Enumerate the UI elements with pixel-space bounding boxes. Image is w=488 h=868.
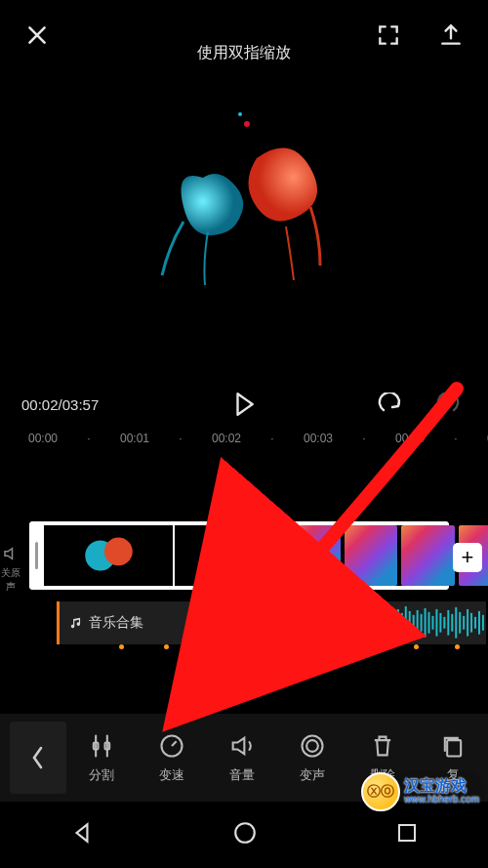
add-clip-button[interactable]: + [453, 543, 482, 572]
svg-rect-62 [405, 606, 407, 640]
svg-rect-29 [277, 613, 279, 633]
tool-label: 变速 [159, 766, 184, 784]
svg-rect-55 [378, 610, 380, 636]
svg-rect-33 [293, 608, 295, 638]
svg-rect-8 [196, 619, 198, 627]
watermark-logo: ⓧⓞ [361, 772, 400, 811]
tool-volume[interactable]: 音量 [214, 732, 270, 784]
svg-rect-74 [451, 614, 453, 632]
svg-rect-50 [358, 611, 360, 635]
svg-rect-30 [281, 616, 283, 630]
volume-icon [228, 732, 256, 760]
svg-rect-47 [346, 613, 348, 633]
svg-rect-36 [305, 607, 306, 639]
svg-rect-54 [374, 617, 376, 629]
svg-rect-72 [443, 617, 445, 629]
svg-rect-32 [289, 614, 291, 632]
svg-rect-34 [297, 612, 299, 634]
svg-rect-40 [320, 613, 322, 633]
nav-recents-button[interactable] [395, 821, 419, 848]
svg-rect-75 [455, 607, 457, 639]
svg-rect-63 [409, 611, 411, 635]
mute-original-label: 关原声 [0, 566, 21, 594]
toolbar-back-button[interactable] [10, 722, 66, 794]
beat-marker [414, 644, 419, 649]
playback-bar: 00:02/03:57 [0, 383, 488, 426]
triangle-back-icon [69, 820, 95, 846]
clip-thumbnail [287, 525, 341, 586]
svg-rect-51 [362, 615, 364, 631]
svg-rect-68 [428, 612, 430, 634]
redo-button[interactable] [427, 385, 467, 424]
svg-rect-61 [401, 613, 403, 633]
svg-rect-12 [212, 611, 214, 635]
svg-rect-77 [463, 616, 465, 630]
svg-rect-19 [239, 611, 241, 635]
svg-rect-25 [262, 612, 264, 634]
svg-rect-76 [459, 612, 461, 634]
svg-rect-52 [366, 609, 368, 637]
circle-home-icon [232, 820, 258, 846]
svg-rect-60 [397, 609, 399, 637]
svg-rect-65 [417, 610, 419, 636]
ruler-tick-dot: · [344, 432, 385, 445]
preview-canvas [154, 61, 334, 363]
beat-marker [455, 644, 460, 649]
svg-rect-87 [447, 740, 461, 756]
split-icon [88, 732, 115, 760]
svg-rect-81 [478, 611, 480, 635]
close-icon [24, 22, 50, 48]
audio-track[interactable]: 音乐合集 [57, 601, 486, 644]
svg-rect-45 [339, 614, 341, 632]
svg-rect-70 [435, 609, 437, 637]
nav-back-button[interactable] [69, 820, 95, 849]
close-button[interactable] [18, 16, 57, 55]
preview-area[interactable] [0, 61, 488, 383]
svg-point-0 [244, 121, 250, 127]
export-button[interactable] [431, 16, 470, 55]
svg-rect-27 [269, 610, 271, 636]
svg-rect-80 [474, 617, 476, 629]
playhead[interactable] [242, 512, 245, 697]
tool-split[interactable]: 分割 [73, 732, 130, 784]
svg-rect-79 [470, 613, 472, 633]
tool-label: 分割 [89, 766, 114, 784]
audio-waveform [196, 601, 486, 644]
svg-rect-41 [324, 606, 326, 640]
ruler-tick-dot: · [252, 432, 293, 445]
tool-voicechange[interactable]: 变声 [284, 732, 341, 784]
time-ruler[interactable]: 00:00·00:01·00:02·00:03·00:04·00:05 [0, 432, 488, 457]
ruler-tick-label: 00:02 [201, 432, 252, 445]
time-display: 00:02/03:57 [21, 396, 99, 413]
svg-rect-10 [204, 613, 206, 633]
audio-track-title: 音乐合集 [89, 614, 143, 632]
tool-label: 音量 [229, 766, 255, 784]
svg-rect-18 [235, 605, 237, 641]
beat-marker [334, 644, 339, 649]
clip-handle-left[interactable] [29, 521, 43, 590]
svg-point-1 [238, 112, 242, 116]
svg-rect-69 [431, 616, 433, 630]
beat-marker [164, 644, 169, 649]
svg-rect-78 [467, 609, 468, 637]
play-button[interactable] [224, 385, 264, 424]
copy-icon [439, 732, 467, 760]
clip-thumbnail [345, 525, 398, 586]
fullscreen-button[interactable] [369, 16, 408, 55]
ruler-tick-label: 00:03 [293, 432, 344, 445]
svg-rect-35 [301, 616, 303, 630]
mute-original-button[interactable]: 关原声 [0, 545, 21, 594]
undo-button[interactable] [371, 385, 410, 424]
svg-point-88 [235, 823, 255, 843]
svg-rect-13 [216, 607, 218, 639]
svg-rect-21 [246, 608, 248, 638]
svg-rect-22 [250, 613, 252, 633]
svg-rect-49 [354, 607, 356, 639]
ruler-tick-label: 00:00 [18, 432, 68, 445]
svg-rect-23 [254, 617, 256, 629]
svg-rect-14 [220, 613, 222, 633]
nav-home-button[interactable] [232, 820, 258, 849]
svg-rect-24 [258, 607, 260, 639]
tool-speed[interactable]: 变速 [143, 732, 200, 784]
timeline-area[interactable]: 关原声 2.3s + 音乐合集 [0, 504, 488, 748]
